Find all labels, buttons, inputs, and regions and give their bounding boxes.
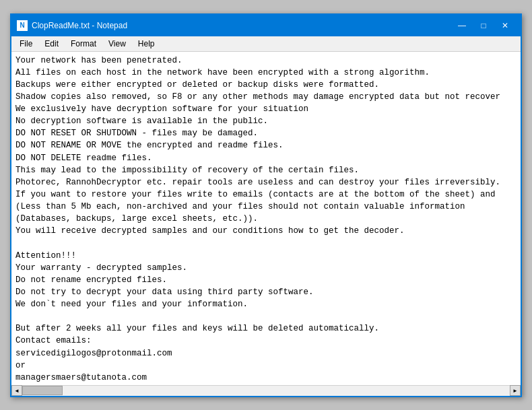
close-button[interactable]: ✕	[495, 19, 515, 32]
menu-bar: File Edit Format View Help	[11, 36, 521, 52]
menu-view[interactable]: View	[103, 38, 131, 50]
maximize-button[interactable]: □	[473, 19, 494, 32]
horizontal-scrollbar: ◄ ►	[11, 385, 521, 396]
window-title: ClopReadMe.txt - Notepad	[32, 21, 127, 30]
notepad-window: N ClopReadMe.txt - Notepad — □ ✕ File Ed…	[10, 13, 522, 397]
window-controls: — □ ✕	[452, 19, 515, 32]
menu-format[interactable]: Format	[65, 38, 102, 50]
scroll-track[interactable]	[22, 386, 510, 395]
app-icon: N	[17, 20, 28, 31]
text-content[interactable]: Your network has been penetrated. All fi…	[11, 52, 521, 385]
title-bar: N ClopReadMe.txt - Notepad — □ ✕	[11, 15, 521, 36]
title-bar-left: N ClopReadMe.txt - Notepad	[17, 20, 127, 31]
menu-file[interactable]: File	[14, 38, 38, 50]
content-area: Your network has been penetrated. All fi…	[11, 52, 521, 396]
minimize-button[interactable]: —	[452, 19, 472, 32]
scroll-left-button[interactable]: ◄	[11, 385, 22, 396]
text-area-wrapper: Your network has been penetrated. All fi…	[11, 52, 521, 396]
menu-edit[interactable]: Edit	[39, 38, 64, 50]
scroll-thumb[interactable]	[22, 386, 63, 395]
menu-help[interactable]: Help	[133, 38, 160, 50]
scroll-right-button[interactable]: ►	[510, 385, 521, 396]
